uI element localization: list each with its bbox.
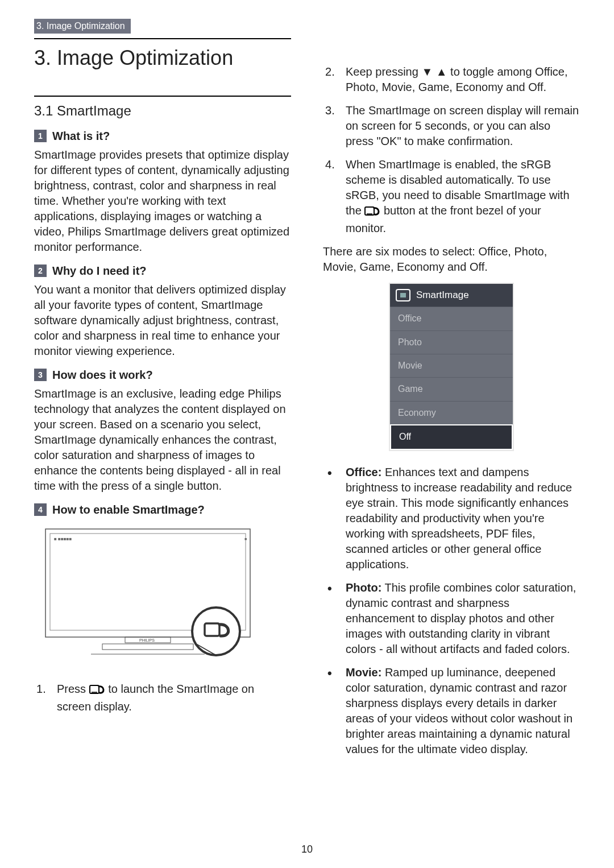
steps-right: Keep pressing ▼ ▲ to toggle among Office…	[323, 64, 580, 236]
svg-point-7	[192, 607, 240, 655]
smartimage-osd-icon	[396, 289, 410, 301]
monitor-illustration-icon: ■ ■■■■■ ■ PHILIPS	[34, 523, 273, 671]
section-rule	[34, 96, 291, 97]
q2-body: You want a monitor that delivers optimiz…	[34, 282, 291, 359]
osd-item-movie: Movie	[390, 354, 513, 377]
two-column-layout: 3. Image Optimization 3.1 SmartImage 1 W…	[34, 38, 580, 764]
q3-heading: 3 How does it work?	[34, 367, 291, 383]
osd-item-game: Game	[390, 377, 513, 400]
step-4: When SmartImage is enabled, the sRGB sch…	[323, 157, 580, 236]
svg-text:■: ■	[244, 537, 247, 541]
office-body: Enhances text and dampens brightness to …	[346, 466, 572, 571]
smartimage-button-icon	[89, 684, 105, 699]
movie-label: Movie:	[346, 666, 381, 679]
step-3: The SmartImage on screen display will re…	[323, 103, 580, 149]
numbox-4-icon: 4	[34, 503, 47, 516]
q1-label: What is it?	[52, 128, 110, 144]
osd-title-text: SmartImage	[416, 288, 469, 302]
photo-label: Photo:	[346, 581, 381, 594]
steps-left: Press to launch the SmartImage on screen…	[34, 681, 291, 714]
bullet-movie: Movie: Ramped up luminance, deepened col…	[323, 665, 580, 757]
q2-heading: 2 Why do I need it?	[34, 263, 291, 279]
left-column: 3. Image Optimization 3.1 SmartImage 1 W…	[34, 38, 291, 764]
q1-body: SmartImage provides presets that optimiz…	[34, 147, 291, 255]
osd-item-photo: Photo	[390, 330, 513, 354]
osd-items: OfficePhotoMovieGameEconomyOff	[390, 307, 513, 449]
header-tab: 3. Image Optimization	[34, 19, 131, 34]
q1-heading: 1 What is it?	[34, 128, 291, 144]
svg-rect-5	[102, 644, 193, 650]
q4-label: How to enable SmartImage?	[52, 502, 205, 518]
monitor-figure: ■ ■■■■■ ■ PHILIPS	[34, 523, 273, 671]
osd-item-economy: Economy	[390, 401, 513, 424]
movie-body: Ramped up luminance, deepened color satu…	[346, 666, 572, 755]
numbox-3-icon: 3	[34, 369, 47, 381]
page-number: 10	[0, 842, 614, 857]
numbox-2-icon: 2	[34, 264, 47, 277]
osd-item-off: Off	[390, 424, 513, 449]
chapter-title: 3. Image Optimization	[34, 44, 291, 72]
step-2: Keep pressing ▼ ▲ to toggle among Office…	[323, 64, 580, 95]
svg-text:■ ■■■■■: ■ ■■■■■	[54, 536, 72, 542]
modes-intro: There are six modes to select: Office, P…	[323, 244, 580, 275]
right-column: Keep pressing ▼ ▲ to toggle among Office…	[323, 38, 580, 764]
step-1: Press to launch the SmartImage on screen…	[34, 681, 291, 714]
q3-body: SmartImage is an exclusive, leading edge…	[34, 386, 291, 494]
osd-item-office: Office	[390, 307, 513, 330]
smartimage-button-icon	[364, 205, 380, 221]
bullet-photo: Photo: This profile combines color satur…	[323, 580, 580, 657]
bullet-office: Office: Enhances text and dampens bright…	[323, 465, 580, 572]
monitor-brand: PHILIPS	[139, 638, 155, 642]
q2-label: Why do I need it?	[52, 263, 147, 279]
osd-title-row: SmartImage	[390, 284, 513, 307]
numbox-1-icon: 1	[34, 130, 47, 142]
office-label: Office:	[346, 466, 381, 478]
section-title: 3.1 SmartImage	[34, 101, 291, 121]
osd-menu: SmartImage OfficePhotoMovieGameEconomyOf…	[389, 283, 514, 450]
chapter-rule	[34, 38, 291, 39]
q4-heading: 4 How to enable SmartImage?	[34, 502, 291, 518]
mode-bullets: Office: Enhances text and dampens bright…	[323, 465, 580, 757]
q3-label: How does it work?	[52, 367, 153, 383]
step1-text-a: Press	[57, 683, 89, 695]
